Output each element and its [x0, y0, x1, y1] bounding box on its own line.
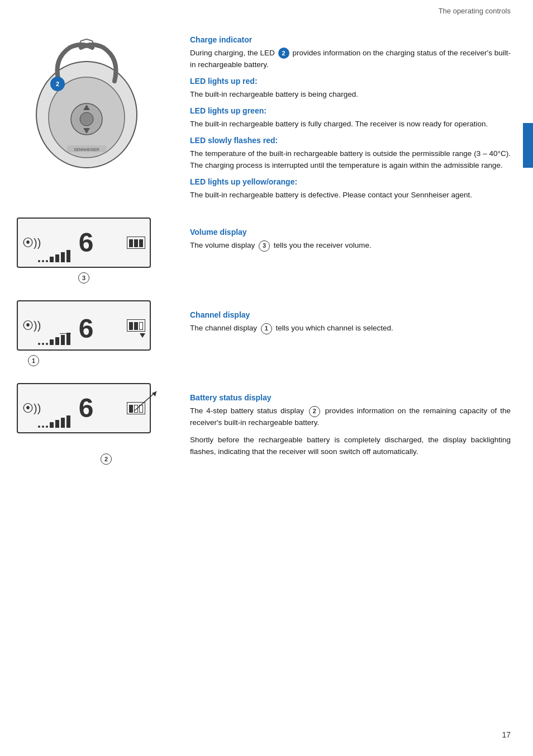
- battery-device-illustration: ⦿)) 6: [17, 383, 151, 433]
- battery-display-device: ⦿)) 6: [17, 383, 179, 465]
- page-number: 17: [502, 730, 511, 739]
- headphone-illustration: SENNHEISER 2: [17, 31, 156, 187]
- svg-text:2: 2: [56, 81, 59, 87]
- volume-bar-panel: [127, 237, 145, 249]
- charge-indicator-intro: During charging, the LED 2 provides info…: [190, 48, 511, 71]
- signal-icon-volume: ⦿)): [22, 237, 41, 249]
- headphone-svg: SENNHEISER 2: [25, 36, 148, 182]
- volume-circle-label: 3: [78, 272, 89, 284]
- led-badge-2: 2: [278, 48, 289, 59]
- section-tab: [523, 123, 533, 168]
- channel-circle-label: 1: [28, 355, 39, 366]
- svg-marker-11: [152, 391, 156, 396]
- headphone-image-area: SENNHEISER 2: [17, 25, 179, 206]
- led-red-heading: LED lights up red:: [190, 77, 511, 86]
- led-green-heading: LED lights up green:: [190, 106, 511, 115]
- battery-inline-circle: 2: [309, 406, 320, 417]
- channel-display-section: Channel display The channel display 1 te…: [179, 300, 511, 366]
- svg-point-5: [80, 112, 93, 126]
- signal-icon-battery: ⦿)): [22, 402, 41, 415]
- volume-display-section: Volume display The volume display 3 tell…: [179, 218, 511, 284]
- channel-inline-circle: 1: [261, 323, 272, 334]
- page-header: The operating controls: [0, 0, 533, 20]
- led-yellow-text: The built-in rechargeable battery is def…: [190, 190, 511, 201]
- led-red-flash-heading: LED slowly flashes red:: [190, 136, 511, 145]
- charge-indicator-section: Charge indicator During charging, the LE…: [179, 25, 511, 206]
- volume-inline-circle: 3: [259, 240, 270, 252]
- channel-device-illustration: ⦿)) 6: [17, 300, 151, 351]
- header-title: The operating controls: [439, 7, 511, 15]
- led-red-flash-text: The temperature of the built-in recharge…: [190, 148, 511, 172]
- led-red-text: The built-in rechargeable battery is bei…: [190, 89, 511, 101]
- battery-status-heading: Battery status display: [190, 393, 511, 402]
- volume-display-text: The volume display 3 tells you the recei…: [190, 240, 511, 252]
- channel-bar-panel: [127, 319, 145, 332]
- battery-status-text1: The 4-step battery status display 2 prov…: [190, 405, 511, 429]
- charge-indicator-heading: Charge indicator: [190, 35, 511, 44]
- volume-display-heading: Volume display: [190, 228, 511, 237]
- volume-display-device: ⦿)) 6: [17, 218, 179, 284]
- volume-device-illustration: ⦿)) 6: [17, 218, 151, 268]
- led-green-text: The built-in rechargeable battery is ful…: [190, 119, 511, 130]
- battery-circle-label: 2: [101, 453, 112, 465]
- battery-status-text2: Shortly before the rechargeable battery …: [190, 434, 511, 458]
- led-yellow-heading: LED lights up yellow/orange:: [190, 177, 511, 186]
- svg-text:SENNHEISER: SENNHEISER: [74, 148, 99, 152]
- channel-display-device: ⦿)) 6: [17, 300, 179, 366]
- battery-status-section: Battery status display The 4-step batter…: [179, 383, 511, 465]
- battery-arrow: [134, 389, 168, 422]
- signal-icon-channel: ⦿)): [22, 319, 41, 332]
- channel-display-text: The channel display 1 tells you which ch…: [190, 323, 511, 334]
- channel-display-heading: Channel display: [190, 310, 511, 319]
- svg-line-10: [134, 391, 156, 411]
